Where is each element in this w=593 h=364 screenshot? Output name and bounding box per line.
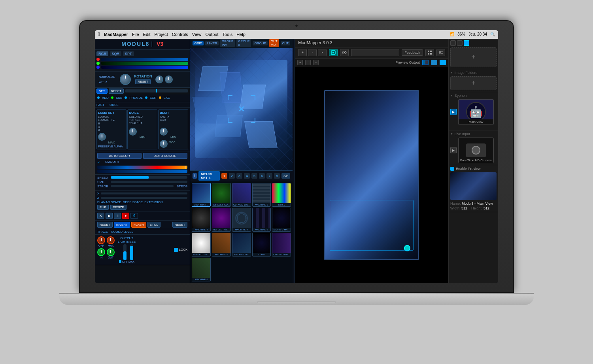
menu-help[interactable]: Help — [236, 32, 246, 37]
tab-grid[interactable]: GRID — [193, 41, 204, 45]
media-num-4[interactable]: 4 — [244, 173, 250, 179]
media-num-3[interactable]: 3 — [236, 173, 242, 179]
rsp-add-btn[interactable]: + — [450, 47, 497, 67]
tab-group[interactable]: GROUP — [253, 41, 267, 45]
syphon-play-btn[interactable]: ▶ — [450, 109, 457, 115]
still-btn[interactable]: STILL — [147, 222, 161, 228]
menu-output[interactable]: Output — [205, 32, 218, 37]
media-thumb-5[interactable]: MIR-1 — [272, 183, 291, 207]
media-thumb-1[interactable]: 1074-MINIF... — [192, 183, 211, 207]
menu-file[interactable]: File — [132, 32, 139, 37]
media-thumb-15[interactable]: CURVED-LIN... — [272, 233, 291, 256]
green-slider[interactable] — [101, 62, 188, 65]
app-menu-madmapper[interactable]: MadMapper — [104, 32, 128, 37]
play-btn[interactable]: ▶ — [106, 213, 113, 219]
x-knob[interactable] — [155, 75, 163, 83]
mm-view-btn-1[interactable] — [422, 60, 429, 65]
media-thumb-4[interactable]: MACHINE-3 — [252, 183, 271, 207]
mm-minus-btn[interactable]: - — [305, 60, 311, 65]
media-thumb-12[interactable]: MACHINE-1 — [212, 233, 231, 256]
tab-rgb[interactable]: RGB — [96, 51, 108, 56]
tab-layer[interactable]: LAYER — [205, 41, 219, 45]
luma-k-item[interactable]: LUMA K. — [98, 115, 125, 118]
colored-item[interactable]: COLORED — [129, 115, 156, 118]
media-thumb-11[interactable]: REFLECTIVE... — [192, 233, 211, 256]
output-slider-1[interactable] — [123, 244, 127, 260]
output-slider-2[interactable] — [130, 244, 133, 260]
fast-x-item[interactable]: FAST X — [160, 115, 187, 118]
mm-x-btn[interactable]: × — [313, 60, 319, 65]
media-thumb-14[interactable]: STARS — [252, 233, 271, 256]
media-thumb-8[interactable]: MACHINE-4 — [232, 208, 251, 232]
menu-project[interactable]: Project — [155, 32, 168, 37]
mm-icon-btn-1[interactable] — [425, 49, 434, 56]
flip-btn[interactable]: FLIP — [97, 205, 109, 210]
red-slider[interactable] — [101, 58, 188, 61]
to-alpha-item[interactable]: TO ALPHA — [129, 122, 156, 124]
mm-feedback-btn[interactable]: Feedback — [402, 49, 423, 56]
in-knob[interactable] — [97, 248, 105, 256]
flash-btn[interactable]: FLASH — [131, 222, 146, 228]
syphon-thumbnail[interactable]: 🤖 Main View — [458, 99, 494, 125]
luma-k-inv-item[interactable]: LUMA K. INV. — [98, 119, 125, 121]
media-thumb-7[interactable]: REFLECTIVE... — [212, 208, 231, 232]
reset-btn[interactable]: RESET — [135, 79, 151, 84]
planar-z-slider[interactable] — [101, 197, 188, 199]
pause-btn[interactable]: ⏸ — [114, 213, 121, 219]
media-num-1[interactable]: 1 — [221, 173, 227, 179]
media-thumb-2[interactable]: CIRCLES-CO... — [212, 183, 231, 207]
auto-rotate-btn[interactable]: AUTO ROTATE — [143, 153, 187, 159]
rsp-view-btn-1[interactable] — [450, 40, 456, 46]
live-input-thumbnail[interactable]: FaceTime HD Camera — [458, 138, 494, 163]
reset-main-btn[interactable]: RESET — [97, 222, 113, 228]
menu-edit[interactable]: Edit — [143, 32, 151, 37]
reset-btn-2[interactable]: RESET — [109, 89, 124, 94]
tab-sqr[interactable]: SQR — [110, 51, 122, 56]
bgr-item[interactable]: BGR — [160, 119, 187, 121]
out-knob[interactable] — [107, 248, 115, 256]
auto-color-btn[interactable]: AUTO COLOR — [97, 153, 142, 159]
planar-x-slider[interactable] — [101, 192, 187, 194]
search-icon[interactable]: 🔍 — [490, 32, 495, 36]
media-num-7[interactable]: 7 — [266, 173, 272, 179]
mm-search-input[interactable] — [351, 49, 399, 56]
mm-icon-btn-2[interactable] — [436, 49, 445, 56]
media-num-6[interactable]: 6 — [259, 173, 265, 179]
mm-teal-btn-1[interactable] — [329, 49, 338, 56]
info-icon[interactable]: i — [193, 173, 196, 179]
ep-checkbox[interactable] — [450, 167, 454, 171]
media-thumb-3[interactable]: CURVED-LIN... — [232, 183, 251, 207]
media-set-label[interactable]: MEDIA SET 1 — [198, 171, 220, 181]
size-slider[interactable] — [111, 181, 187, 183]
tab-group-inv[interactable]: GROUP INV — [220, 39, 235, 47]
tab-cut[interactable]: CUT — [281, 41, 290, 45]
invert-btn[interactable]: INVERT — [114, 222, 130, 228]
mm-view-btn-2[interactable] — [431, 60, 437, 65]
noise-knob[interactable] — [129, 128, 137, 136]
mm-prev-btn[interactable]: + — [298, 49, 307, 56]
mm-add-btn[interactable]: + — [297, 60, 303, 65]
blue-slider[interactable] — [101, 66, 188, 69]
off-knob[interactable] — [97, 236, 105, 244]
menu-tools[interactable]: Tools — [222, 32, 232, 37]
blur-max-knob[interactable] — [160, 140, 168, 148]
mm-eye-btn[interactable] — [340, 49, 349, 56]
record-btn[interactable]: ● — [122, 213, 129, 219]
y-knob[interactable] — [165, 75, 173, 83]
media-thumb-13[interactable]: GEOMETRIC — [232, 233, 251, 256]
mm-lock-btn[interactable]: × — [318, 49, 327, 56]
media-num-8[interactable]: 8 — [274, 173, 280, 179]
media-thumb-6[interactable]: MACHINE-4 — [192, 208, 211, 232]
to-rgb-item[interactable]: TO RGB — [129, 119, 156, 121]
reset-right-btn[interactable]: RESET — [172, 222, 188, 228]
normalize-knob[interactable] — [120, 74, 131, 85]
mm-close-btn[interactable]: - — [308, 49, 317, 56]
resize-btn[interactable]: RESIZE — [110, 205, 127, 210]
media-thumb-9[interactable]: MACHINE-2 — [252, 208, 271, 232]
media-thumb-16[interactable]: MACHINE-5 — [192, 258, 211, 281]
media-sp[interactable]: SP — [281, 173, 290, 179]
stop-x-btn[interactable]: ✕ — [97, 213, 104, 219]
tab-out-mix[interactable]: OUT MIX — [269, 39, 279, 47]
menu-view[interactable]: View — [192, 32, 202, 37]
speed-slider[interactable] — [111, 176, 187, 179]
